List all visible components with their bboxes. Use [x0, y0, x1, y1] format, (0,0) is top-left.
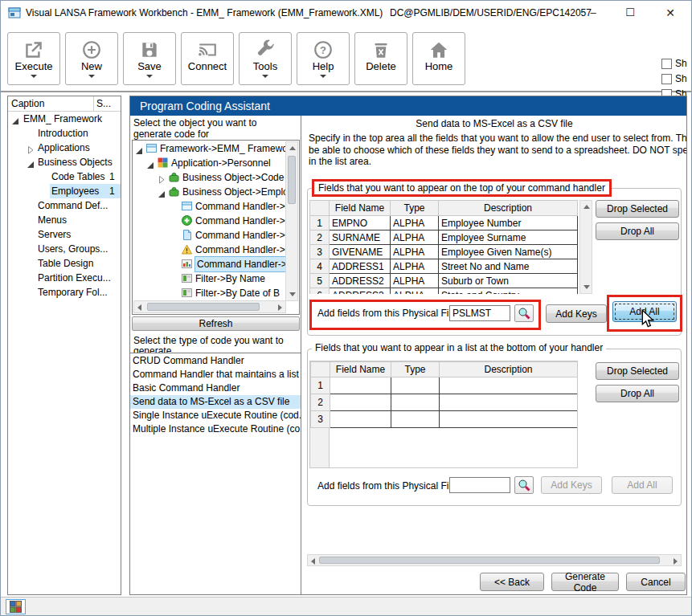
- scrollbar-thumb[interactable]: [288, 156, 296, 204]
- tree-item-command-handler-4[interactable]: Command Handler->: [133, 243, 286, 257]
- description-cell[interactable]: Employee Given Name(s): [439, 245, 578, 259]
- connect-button[interactable]: Connect: [181, 32, 234, 85]
- tree-item-employees[interactable]: Employees 1: [8, 184, 121, 198]
- add-keys-button-top[interactable]: Add Keys: [546, 304, 607, 323]
- type-cell[interactable]: ALPHA: [391, 245, 439, 259]
- table-row[interactable]: 3 GIVENAME ALPHA Employee Given Name(s): [310, 245, 578, 259]
- tree-item-command-handler-3[interactable]: Command Handler->: [133, 228, 286, 243]
- tree-item-command-definitions[interactable]: Command Def...: [8, 198, 121, 213]
- tree-item-business-objects[interactable]: Business Objects: [8, 155, 121, 169]
- tree-item-filter-by-date[interactable]: Filter->By Date of B: [133, 286, 286, 300]
- type-cell[interactable]: [391, 411, 440, 428]
- table-row[interactable]: 6 ADDRESS3 ALPHA State and Country: [310, 288, 578, 295]
- delete-button[interactable]: Delete: [354, 32, 407, 85]
- dropdown-arrow-icon[interactable]: [31, 75, 37, 78]
- generate-code-button[interactable]: Generate Code: [551, 573, 619, 591]
- minimize-button[interactable]: –: [578, 1, 608, 25]
- field-name-cell[interactable]: ADDRESS2: [330, 274, 391, 288]
- code-type-option-crud[interactable]: CRUD Command Handler: [130, 354, 301, 368]
- framework-status-icon[interactable]: [6, 599, 26, 614]
- save-button[interactable]: Save: [123, 32, 176, 85]
- home-button[interactable]: Home: [412, 32, 465, 85]
- cancel-button[interactable]: Cancel: [626, 573, 686, 591]
- dropdown-arrow-icon[interactable]: [146, 75, 153, 78]
- table-row[interactable]: 2 SURNAME ALPHA Employee Surname: [310, 230, 578, 245]
- code-type-option-basic[interactable]: Basic Command Handler: [130, 381, 301, 395]
- refresh-button[interactable]: Refresh: [132, 316, 300, 331]
- tree-item-code-tables[interactable]: Code Tables 1: [8, 169, 121, 184]
- object-tree-horizontal-scrollbar[interactable]: [133, 300, 286, 313]
- physical-file-input[interactable]: [449, 305, 510, 321]
- scroll-down-icon[interactable]: [289, 292, 296, 296]
- search-button[interactable]: [514, 476, 534, 494]
- sh-checkbox-2[interactable]: [661, 74, 672, 84]
- dropdown-arrow-icon[interactable]: [320, 75, 326, 78]
- tree-item-menus[interactable]: Menus: [8, 213, 121, 227]
- table-row[interactable]: 3: [311, 411, 578, 428]
- tree-item-framework[interactable]: EMM_ Framework: [8, 112, 121, 126]
- tree-item-introduction[interactable]: Introduction: [8, 126, 121, 141]
- tree-item-business-object-code[interactable]: Business Object->Code: [133, 170, 286, 185]
- scrollbar-thumb[interactable]: [319, 557, 660, 564]
- tree-item-filter-by-name[interactable]: Filter->By Name: [133, 271, 286, 286]
- dropdown-arrow-icon[interactable]: [262, 75, 268, 78]
- description-cell[interactable]: [440, 411, 578, 428]
- tree-item-application-node[interactable]: Application->Personnel: [133, 156, 286, 170]
- tree-item-command-handler-1[interactable]: Command Handler->: [133, 199, 286, 214]
- sort-column-header[interactable]: S...: [94, 96, 121, 111]
- new-button[interactable]: New: [65, 32, 118, 85]
- field-name-cell[interactable]: [330, 377, 391, 394]
- top-table-vertical-scrollbar[interactable]: [579, 200, 592, 294]
- description-cell[interactable]: Suburb or Town: [439, 274, 578, 288]
- type-cell[interactable]: [391, 377, 440, 394]
- scrollbar-thumb[interactable]: [147, 303, 260, 311]
- scroll-up-icon[interactable]: [583, 205, 590, 209]
- type-cell[interactable]: [391, 394, 440, 411]
- code-type-option-single-instance[interactable]: Single Instance uExecute Routine (cod...: [130, 409, 301, 422]
- tree-item-servers[interactable]: Servers: [8, 227, 121, 242]
- tree-item-temporary-folder[interactable]: Temporary Fol...: [8, 285, 121, 300]
- field-name-cell[interactable]: ADDRESS3: [330, 288, 391, 295]
- description-cell[interactable]: [440, 377, 578, 394]
- table-row[interactable]: 1: [311, 377, 578, 394]
- scroll-right-icon[interactable]: [674, 558, 678, 565]
- scroll-up-icon[interactable]: [289, 146, 296, 150]
- panel-horizontal-scrollbar[interactable]: [307, 554, 682, 566]
- field-name-cell[interactable]: [330, 411, 391, 428]
- tree-item-command-handler-2[interactable]: Command Handler->: [133, 214, 286, 228]
- close-button[interactable]: ✕: [655, 1, 686, 25]
- drop-all-button-top[interactable]: Drop All: [596, 222, 679, 240]
- table-row[interactable]: 2: [311, 394, 578, 411]
- table-row[interactable]: 5 ADDRESS2 ALPHA Suburb or Town: [310, 274, 578, 288]
- type-cell[interactable]: ALPHA: [391, 259, 439, 274]
- add-keys-button-bottom[interactable]: Add Keys: [541, 476, 602, 494]
- description-cell[interactable]: [440, 394, 578, 411]
- add-all-button-top[interactable]: Add All: [612, 301, 677, 322]
- tools-button[interactable]: Tools: [239, 32, 292, 85]
- tree-item-business-object-employees[interactable]: Business Object->Emplo: [133, 185, 286, 199]
- execute-button[interactable]: Execute: [7, 32, 60, 85]
- search-button[interactable]: [514, 304, 534, 322]
- code-type-option-csv-selected[interactable]: Send data to MS-Excel as a CSV file: [130, 395, 301, 409]
- field-name-cell[interactable]: GIVENAME: [330, 245, 391, 259]
- scroll-right-icon[interactable]: [278, 304, 282, 311]
- tree-item-applications[interactable]: Applications: [8, 141, 121, 155]
- drop-selected-button-top[interactable]: Drop Selected: [596, 200, 679, 218]
- back-button[interactable]: << Back: [480, 573, 544, 591]
- field-name-cell[interactable]: EMPNO: [330, 216, 391, 230]
- code-type-option-list-handler[interactable]: Command Handler that maintains a list: [130, 368, 301, 381]
- help-button[interactable]: ? Help: [297, 32, 350, 85]
- add-all-button-bottom[interactable]: Add All: [612, 476, 673, 494]
- tree-item-command-handler-5-selected[interactable]: Command Handler->: [133, 257, 286, 271]
- object-tree-vertical-scrollbar[interactable]: [285, 141, 298, 301]
- physical-file-input-bottom[interactable]: [449, 477, 510, 493]
- field-name-cell[interactable]: [330, 394, 391, 411]
- description-cell[interactable]: Employee Surname: [439, 230, 578, 245]
- field-name-cell[interactable]: SURNAME: [330, 230, 391, 245]
- type-cell[interactable]: ALPHA: [391, 274, 439, 288]
- table-row[interactable]: 4 ADDRESS1 ALPHA Street No and Name: [310, 259, 578, 274]
- type-cell[interactable]: ALPHA: [391, 288, 439, 295]
- tree-item-table-design[interactable]: Table Design: [8, 256, 121, 271]
- tree-item-framework-node[interactable]: Framework->EMM_ Framework: [133, 141, 286, 156]
- maximize-button[interactable]: ☐: [615, 1, 645, 25]
